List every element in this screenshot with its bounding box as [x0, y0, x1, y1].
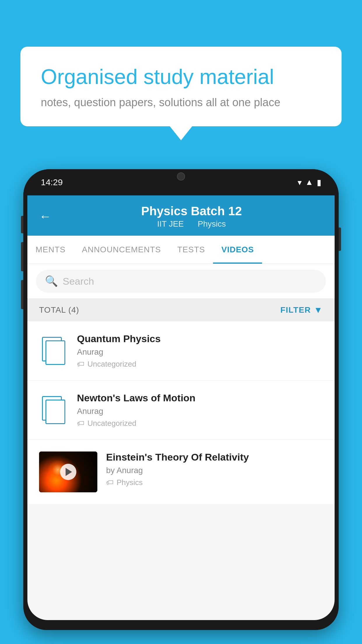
search-placeholder: Search: [63, 276, 94, 287]
video-tag-label-3: Physics: [117, 478, 143, 487]
bubble-title: Organised study material: [41, 64, 321, 89]
video-author-1: Anurag: [77, 347, 323, 357]
side-button-left-3: [21, 280, 23, 309]
tab-announcements[interactable]: ANNOUNCEMENTS: [74, 236, 169, 264]
tab-ments[interactable]: MENTS: [27, 236, 74, 264]
search-icon: 🔍: [45, 275, 58, 287]
app-header: ← Physics Batch 12 IIT JEE Physics: [27, 195, 335, 236]
speech-bubble-container: Organised study material notes, question…: [20, 47, 342, 126]
header-subtitle: IIT JEE Physics: [60, 219, 323, 229]
doc-page-front: [45, 340, 65, 365]
video-author-3: by Anurag: [106, 466, 323, 475]
filter-button[interactable]: FILTER ▼: [280, 305, 323, 315]
video-author-2: Anurag: [77, 407, 323, 416]
video-info-2: Newton's Laws of Motion Anurag 🏷 Uncateg…: [77, 392, 323, 428]
phone-top-bar: 14:29 ▾ ▲ ▮: [23, 169, 339, 195]
video-tag-1: 🏷 Uncategorized: [77, 360, 323, 369]
tag-icon-2: 🏷: [77, 419, 85, 428]
header-title-block: Physics Batch 12 IIT JEE Physics: [60, 204, 323, 229]
wifi-icon: ▾: [298, 178, 302, 187]
speech-bubble: Organised study material notes, question…: [20, 47, 342, 126]
video-tag-2: 🏷 Uncategorized: [77, 419, 323, 428]
video-info-1: Quantum Physics Anurag 🏷 Uncategorized: [77, 333, 323, 369]
filter-label: FILTER: [280, 305, 311, 315]
phone-status-icons: ▾ ▲ ▮: [298, 178, 321, 187]
tag-icon-3: 🏷: [106, 478, 114, 487]
filter-funnel-icon: ▼: [314, 305, 323, 315]
video-tag-label-1: Uncategorized: [87, 360, 136, 369]
tab-tests[interactable]: TESTS: [169, 236, 213, 264]
phone-notch: [158, 169, 204, 184]
play-triangle-icon: [66, 468, 72, 476]
filter-row: TOTAL (4) FILTER ▼: [27, 299, 335, 321]
video-title-1: Quantum Physics: [77, 333, 323, 344]
doc-icon-2: [42, 396, 65, 424]
search-bar[interactable]: 🔍 Search: [36, 270, 326, 293]
thumb-info: Einstein's Theory Of Relativity by Anura…: [106, 452, 323, 487]
total-count: TOTAL (4): [39, 305, 79, 315]
search-container: 🔍 Search: [27, 264, 335, 299]
bubble-subtitle: notes, question papers, solutions all at…: [41, 96, 321, 109]
signal-icon: ▲: [305, 178, 313, 187]
video-item-1[interactable]: Quantum Physics Anurag 🏷 Uncategorized: [27, 321, 335, 381]
back-button[interactable]: ←: [39, 209, 51, 223]
tabs-bar: MENTS ANNOUNCEMENTS TESTS VIDEOS: [27, 236, 335, 264]
phone-wrapper: 14:29 ▾ ▲ ▮ ← Physics Batch 12 IIT JEE: [23, 169, 339, 644]
video-icon-wrapper-1: [39, 337, 68, 365]
header-subtitle-2: Physics: [198, 219, 226, 228]
tag-icon-1: 🏷: [77, 360, 85, 369]
side-button-left-2: [21, 242, 23, 271]
video-icon-wrapper-2: [39, 396, 68, 424]
video-item-3[interactable]: Einstein's Theory Of Relativity by Anura…: [27, 440, 335, 504]
phone-time: 14:29: [41, 177, 63, 187]
thumbnail-wrapper: [39, 452, 97, 492]
doc-page-front-2: [45, 400, 65, 424]
phone-camera: [177, 172, 185, 181]
tab-videos[interactable]: VIDEOS: [213, 236, 262, 264]
video-title-2: Newton's Laws of Motion: [77, 392, 323, 404]
phone-outer: 14:29 ▾ ▲ ▮ ← Physics Batch 12 IIT JEE: [23, 169, 339, 630]
video-tag-label-2: Uncategorized: [87, 419, 136, 428]
phone-screen: ← Physics Batch 12 IIT JEE Physics MENTS…: [27, 195, 335, 620]
video-title-3: Einstein's Theory Of Relativity: [106, 452, 323, 463]
doc-icon-1: [42, 337, 65, 365]
video-item-2[interactable]: Newton's Laws of Motion Anurag 🏷 Uncateg…: [27, 381, 335, 440]
header-subtitle-1: IIT JEE: [157, 219, 184, 228]
video-tag-3: 🏷 Physics: [106, 478, 323, 487]
video-list: Quantum Physics Anurag 🏷 Uncategorized: [27, 321, 335, 504]
side-button-right: [339, 228, 341, 251]
side-button-left-1: [21, 216, 23, 233]
battery-icon: ▮: [317, 178, 321, 187]
play-button[interactable]: [60, 464, 76, 480]
header-title: Physics Batch 12: [60, 204, 323, 218]
